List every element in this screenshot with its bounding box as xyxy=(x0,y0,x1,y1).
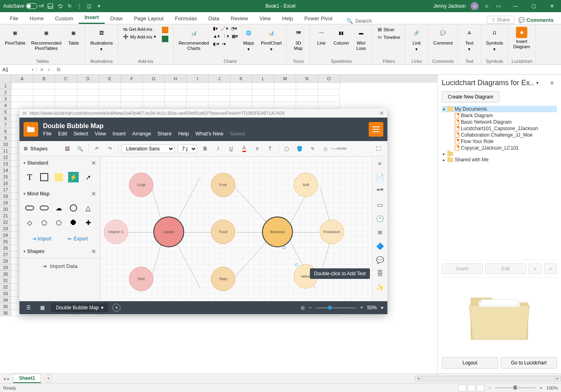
cloud-shape[interactable]: ☁ xyxy=(54,203,64,213)
diamond-shape[interactable]: ◇ xyxy=(24,217,35,228)
area-chart-icon[interactable]: ▲▾ xyxy=(213,34,220,39)
timeline-button[interactable]: ▭Timeline xyxy=(376,34,402,41)
close-icon[interactable]: ✕ xyxy=(547,79,557,87)
row-header[interactable]: 27 xyxy=(0,251,11,258)
cell[interactable] xyxy=(165,89,187,96)
recommended-pivot-button[interactable]: ▦Recommended PivotTables xyxy=(30,26,63,52)
rectangle-shape[interactable] xyxy=(39,172,49,182)
zoom-slider[interactable] xyxy=(316,307,356,308)
logout-button[interactable]: Logout xyxy=(442,357,498,368)
text-style-button[interactable]: T xyxy=(265,144,275,154)
column-header[interactable]: I xyxy=(187,75,208,83)
row-header[interactable]: 36 xyxy=(0,310,11,316)
standard-section[interactable]: Standard xyxy=(27,160,48,166)
zoom-in-button[interactable]: + xyxy=(540,386,542,390)
history-icon[interactable]: 🕐 xyxy=(376,214,385,223)
wand-icon[interactable]: ✨ xyxy=(376,283,385,292)
close-icon[interactable]: ✕ xyxy=(91,248,96,255)
menu-share[interactable]: Share xyxy=(157,131,172,137)
cell[interactable] xyxy=(99,96,121,102)
sparkline-column-button[interactable]: ▮▮Column xyxy=(332,26,350,47)
row-header[interactable]: 32 xyxy=(0,284,11,290)
formula-input[interactable] xyxy=(63,66,561,73)
fx-icon[interactable]: fx xyxy=(54,67,63,73)
redo-icon[interactable]: ↻ xyxy=(67,3,73,9)
table-button[interactable]: ▦Table xyxy=(65,26,82,47)
selection-handle[interactable] xyxy=(295,263,298,266)
cell[interactable] xyxy=(33,83,55,89)
row-header[interactable]: 28 xyxy=(0,258,11,264)
tab-view[interactable]: View xyxy=(254,13,276,24)
bubble-soft[interactable]: Soft xyxy=(294,173,318,197)
add-page-button[interactable]: + xyxy=(112,304,120,312)
pill-shape[interactable] xyxy=(39,203,49,213)
diagram-canvas[interactable]: Crisp Fruit Soft Vitamin C Apples Food B… xyxy=(101,156,372,301)
scatter-chart-icon[interactable]: ⋮▾ xyxy=(222,34,229,39)
add-sheet-button[interactable]: + xyxy=(44,375,52,383)
horizontal-scrollbar[interactable]: ◂▸ xyxy=(415,376,561,381)
row-header[interactable]: 9 xyxy=(0,135,11,141)
bucket-icon[interactable]: 🪣 xyxy=(295,144,305,154)
shape-style-button[interactable]: ◇ xyxy=(321,144,331,154)
menu-help[interactable]: Help xyxy=(178,131,189,137)
cell[interactable] xyxy=(187,83,208,89)
hamburger-button[interactable] xyxy=(369,122,383,137)
cell[interactable] xyxy=(208,102,230,109)
row-header[interactable]: 23 xyxy=(0,225,11,232)
tree-item[interactable]: Blank Diagram xyxy=(442,112,557,119)
combo-chart-icon[interactable]: ▦▾ xyxy=(232,34,238,39)
cell[interactable] xyxy=(318,89,340,96)
cell[interactable] xyxy=(230,96,252,102)
cell[interactable] xyxy=(55,83,77,89)
tab-formulas[interactable]: Formulas xyxy=(169,13,202,24)
row-header[interactable]: 5 xyxy=(0,109,11,115)
cell[interactable] xyxy=(165,83,187,89)
rounded-rect-shape[interactable] xyxy=(24,203,35,213)
spreadsheet-grid[interactable]: ABCDEFGHIJKLMNO 123456789101112131415161… xyxy=(0,75,437,373)
insert-button[interactable]: Insert xyxy=(442,263,483,274)
cell[interactable] xyxy=(33,102,55,109)
user-name[interactable]: Jenny Jackson xyxy=(434,3,466,9)
column-header[interactable]: D xyxy=(77,75,99,83)
qat-icon[interactable]: ⋮ xyxy=(76,3,83,9)
cell[interactable] xyxy=(77,102,99,109)
page-icon[interactable]: 📄 xyxy=(376,173,385,182)
font-color-button[interactable]: A xyxy=(239,144,249,154)
tab-file[interactable]: File xyxy=(4,13,24,24)
cell[interactable] xyxy=(252,83,274,89)
tab-home[interactable]: Home xyxy=(24,13,49,24)
note-shape[interactable] xyxy=(54,172,64,182)
data-icon[interactable]: 🔷 xyxy=(376,242,385,251)
cell[interactable] xyxy=(165,102,187,109)
avatar[interactable]: JJ xyxy=(471,2,479,10)
page-break-button[interactable] xyxy=(476,385,484,391)
bubble-fruit[interactable]: Fruit xyxy=(211,173,235,197)
column-header[interactable]: E xyxy=(99,75,121,83)
3d-map-button[interactable]: 🗺3D Map xyxy=(290,26,306,52)
qat-dropdown-icon[interactable]: ▾ xyxy=(96,3,102,9)
row-header[interactable]: 2 xyxy=(0,89,11,96)
cell[interactable] xyxy=(296,83,318,89)
column-header[interactable]: N xyxy=(296,75,318,83)
cell[interactable] xyxy=(121,102,143,109)
menu-edit[interactable]: Edit xyxy=(58,131,67,137)
comment-button[interactable]: 💬Comment xyxy=(432,26,454,47)
row-header[interactable]: 12 xyxy=(0,154,11,161)
cell[interactable] xyxy=(99,102,121,109)
collapse-icon[interactable]: « xyxy=(376,159,385,168)
line-chart-icon[interactable]: 📈▾ xyxy=(220,26,228,31)
row-header[interactable]: 7 xyxy=(0,122,11,128)
bubble-potassium[interactable]: Potassium xyxy=(320,220,344,244)
menu-insert[interactable]: Insert xyxy=(112,131,126,137)
search-label[interactable]: Search xyxy=(355,18,372,24)
maps-button[interactable]: 🌐Maps▾ xyxy=(241,26,257,53)
cell[interactable] xyxy=(208,89,230,96)
close-icon[interactable]: ✕ xyxy=(91,191,96,197)
column-header[interactable]: G xyxy=(143,75,165,83)
tab-draw[interactable]: Draw xyxy=(105,13,128,24)
select-all-corner[interactable] xyxy=(0,75,11,83)
bolt-shape[interactable]: ⚡ xyxy=(68,172,79,182)
cell[interactable] xyxy=(33,96,55,102)
cell[interactable] xyxy=(11,96,33,102)
align-button[interactable]: ≡ xyxy=(252,144,262,154)
